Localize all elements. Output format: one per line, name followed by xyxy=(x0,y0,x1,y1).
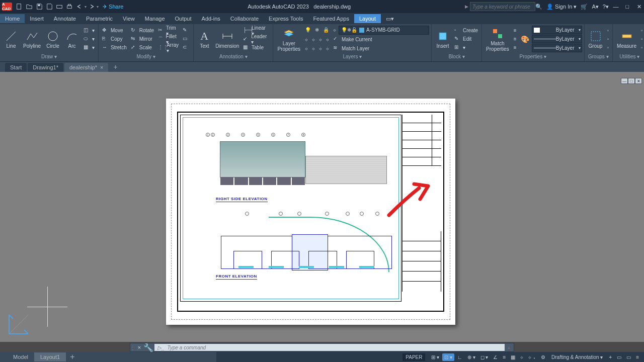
layer-icon-2[interactable]: ❄ xyxy=(313,26,320,34)
copy-button[interactable]: ⎘Copy xyxy=(101,35,128,43)
status-gear-icon[interactable]: ⚙ xyxy=(539,353,547,361)
viewport-frame[interactable]: 1 2 3 4 5 6 7 8 RIGHT SIDE ELEVATION xyxy=(180,115,401,302)
status-clean-icon[interactable]: ▭ xyxy=(624,353,633,361)
scale-button[interactable]: ⤢Scale xyxy=(129,43,155,52)
layer-row2-1[interactable]: ⟐ xyxy=(303,35,309,44)
help-icon[interactable]: ?▾ xyxy=(603,4,609,10)
add-layout-button[interactable]: + xyxy=(66,351,78,362)
app-icon[interactable]: A CAD xyxy=(2,3,12,11)
new-tab-button[interactable]: + xyxy=(109,62,121,72)
new-icon[interactable] xyxy=(15,2,24,11)
panel-properties-title[interactable]: Properties ▾ xyxy=(484,53,582,60)
group-button[interactable]: Group xyxy=(587,28,605,50)
status-custom-icon[interactable]: ≡ xyxy=(634,353,641,361)
status-snap-icon[interactable]: ⊡ ▾ xyxy=(442,353,454,361)
panel-groups-title[interactable]: Groups ▾ xyxy=(587,53,611,60)
save-icon[interactable] xyxy=(35,2,44,11)
share-link[interactable]: ✈ Share xyxy=(103,4,123,10)
array-button[interactable]: ⋮⋮Array ▾ xyxy=(156,43,180,52)
print-icon[interactable] xyxy=(65,2,74,11)
redo-icon[interactable] xyxy=(87,2,96,11)
color-wheel-icon[interactable]: 🎨 xyxy=(519,35,531,43)
polyline-button[interactable]: Polyline xyxy=(21,28,43,50)
status-plus-icon[interactable]: + xyxy=(607,353,614,361)
tab-parametric[interactable]: Parametric xyxy=(81,14,118,23)
tab-manage[interactable]: Manage xyxy=(140,14,170,23)
line-button[interactable]: Line xyxy=(2,28,20,50)
tab-layout[interactable]: Layout xyxy=(354,14,381,23)
status-osnap-icon[interactable]: ◻ ▾ xyxy=(478,353,491,361)
vp-max-button[interactable]: □ xyxy=(628,78,635,84)
stretch-button[interactable]: ↔Stretch xyxy=(101,43,128,52)
insert-block-button[interactable]: Insert xyxy=(434,28,452,50)
paper-sheet[interactable]: 1 2 3 4 5 6 7 8 RIGHT SIDE ELEVATION xyxy=(166,99,455,325)
match-properties-button[interactable]: Match Properties xyxy=(484,26,511,53)
minimize-button[interactable]: — xyxy=(611,4,621,10)
layer-row2-2[interactable]: ⟐ xyxy=(310,35,316,44)
move-button[interactable]: ✥Move xyxy=(101,26,128,35)
rotate-button[interactable]: ↻Rotate xyxy=(129,26,155,35)
workspace-switcher[interactable]: Drafting & Annotation ▾ xyxy=(548,353,606,361)
modify-extra-2[interactable]: ▭ xyxy=(181,35,191,43)
group-extra-2[interactable]: ▫ xyxy=(606,35,611,43)
tab-home[interactable]: Home xyxy=(0,14,25,23)
tab-view[interactable]: View xyxy=(118,14,140,23)
modify-extra-3[interactable]: ⊂ xyxy=(181,43,191,52)
command-input[interactable]: ▷_Type a command xyxy=(154,344,505,351)
signin-button[interactable]: 👤 Sign In ▾ xyxy=(546,4,577,10)
group-extra-1[interactable]: ▫ xyxy=(606,26,611,35)
create-block-button[interactable]: ▫Create xyxy=(453,26,479,35)
status-lw-icon[interactable]: ≡ xyxy=(501,353,508,361)
group-extra-3[interactable]: ▫ xyxy=(606,43,611,52)
layer-icon-3[interactable]: 🔒 xyxy=(321,26,331,34)
prop-row3-icon[interactable]: ≡ xyxy=(512,43,518,52)
status-qs-icon[interactable]: ⟐ xyxy=(518,353,525,361)
match-layer-button[interactable]: ≋Match Layer xyxy=(332,44,422,53)
plot-icon[interactable] xyxy=(55,2,64,11)
modify-extra-1[interactable]: ✎ xyxy=(181,26,191,35)
space-indicator[interactable]: PAPER xyxy=(403,353,425,361)
file-tab-dealership[interactable]: dealership*× xyxy=(64,63,108,72)
panel-annotation-title[interactable]: Annotation ▾ xyxy=(196,53,271,60)
util-extra-2[interactable]: ▫ xyxy=(639,35,644,43)
status-trans-icon[interactable]: ▦ xyxy=(509,353,517,361)
panel-modify-title[interactable]: Modify ▾ xyxy=(101,53,191,60)
util-extra-3[interactable]: ▫ xyxy=(639,43,644,52)
cmd-customize-icon[interactable]: 🔧 xyxy=(143,343,152,352)
layer-row3-1[interactable]: ⟐ xyxy=(303,44,309,53)
model-tab[interactable]: Model xyxy=(7,352,34,361)
cmd-close-icon[interactable]: × xyxy=(135,344,143,350)
draw-extra-2[interactable]: ⬭▾ xyxy=(82,35,96,43)
table-button[interactable]: ▦Table xyxy=(242,43,271,52)
draw-extra-3[interactable]: ▦▾ xyxy=(82,43,96,52)
layer-dropdown[interactable]: 💡❄🔓 A-SYMB-GRID xyxy=(339,26,429,35)
dimension-button[interactable]: Dimension xyxy=(214,28,241,50)
tab-extra[interactable]: ▭▾ xyxy=(381,14,399,24)
saveas-icon[interactable] xyxy=(45,2,54,11)
close-button[interactable]: ✕ xyxy=(634,4,644,10)
text-button[interactable]: AText xyxy=(196,28,213,50)
tab-express[interactable]: Express Tools xyxy=(264,14,308,23)
circle-button[interactable]: Circle xyxy=(44,28,62,50)
edit-block-button[interactable]: ✎Edit xyxy=(453,35,479,43)
status-monitor-icon[interactable]: ▭ xyxy=(615,353,623,361)
layer-properties-button[interactable]: Layer Properties xyxy=(275,26,302,53)
file-tab-drawing1[interactable]: Drawing1* xyxy=(28,63,63,72)
vp-min-button[interactable]: — xyxy=(621,78,628,84)
tab-annotate[interactable]: Annotate xyxy=(49,14,81,23)
panel-layers-title[interactable]: Layers ▾ xyxy=(275,53,429,60)
layer-row3-2[interactable]: ⟐ xyxy=(310,44,316,53)
cart-icon[interactable]: 🛒 xyxy=(581,4,588,10)
tab-addins[interactable]: Add-ins xyxy=(197,14,225,23)
search-icon[interactable]: 🔍 xyxy=(535,4,542,10)
prop-row2-icon[interactable]: ≡ xyxy=(512,35,518,43)
status-grid-icon[interactable]: ⊞ ▾ xyxy=(429,353,441,361)
panel-draw-title[interactable]: Draw ▾ xyxy=(2,53,96,60)
layer-row2-4[interactable]: ⟐ xyxy=(325,35,331,44)
status-otrack-icon[interactable]: ∠ xyxy=(491,353,500,361)
undo-icon[interactable] xyxy=(75,2,84,11)
prop-row1-icon[interactable]: ≡ xyxy=(512,26,518,35)
cmd-history-icon[interactable]: ▲ xyxy=(507,345,514,350)
linetype-dropdown[interactable]: ByLayer xyxy=(532,44,582,52)
layout1-tab[interactable]: Layout1 xyxy=(34,352,66,361)
